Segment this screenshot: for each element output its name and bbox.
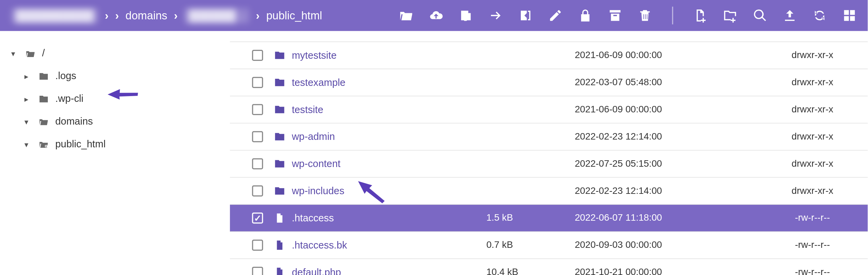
file-icon <box>274 240 285 251</box>
folder-icon <box>274 77 285 88</box>
file-date: 2021-10-21 00:00:00 <box>575 267 768 275</box>
row-checkbox[interactable] <box>252 104 263 115</box>
folder-icon <box>38 94 50 104</box>
file-list: mytestsite2021-06-09 00:00:00drwxr-xr-xt… <box>230 31 868 275</box>
file-size: 1.5 kB <box>486 213 575 224</box>
edit-file-icon[interactable] <box>459 8 473 22</box>
tree-item-[interactable]: ▾/ <box>8 42 222 65</box>
file-date: 2022-03-07 05:48:00 <box>575 77 768 88</box>
file-name[interactable]: testsite <box>292 104 323 115</box>
table-row[interactable]: testexample2022-03-07 05:48:00drwxr-xr-x <box>230 69 868 96</box>
breadcrumb-sep: › <box>256 9 260 22</box>
file-date: 2020-09-03 00:00:00 <box>575 240 768 251</box>
upload-cloud-icon[interactable] <box>429 8 443 22</box>
file-permissions: drwxr-xr-x <box>768 50 857 61</box>
caret-icon[interactable]: ▾ <box>11 49 19 58</box>
folder-icon <box>274 50 285 61</box>
folder-icon <box>274 104 285 115</box>
folder-open-icon[interactable] <box>399 8 413 22</box>
file-permissions: drwxr-xr-x <box>768 158 857 169</box>
search-icon[interactable] <box>753 8 767 22</box>
row-checkbox[interactable] <box>252 267 263 275</box>
toolbar-divider <box>672 7 673 24</box>
file-permissions: drwxr-xr-x <box>768 104 857 115</box>
archive-icon[interactable] <box>608 8 622 22</box>
file-name[interactable]: testexample <box>292 77 346 88</box>
caret-icon[interactable]: ▸ <box>24 72 32 80</box>
table-row[interactable]: wp-content2022-07-25 05:15:00drwxr-xr-x <box>230 150 868 178</box>
new-folder-icon[interactable] <box>723 8 737 22</box>
row-checkbox[interactable] <box>252 213 263 224</box>
caret-icon[interactable]: ▾ <box>24 140 32 149</box>
refresh-icon[interactable] <box>812 8 827 22</box>
breadcrumb: ██████████ › › domains › ██████ .. › pub… <box>11 8 399 23</box>
new-file-icon[interactable] <box>693 8 707 22</box>
file-date: 2022-02-23 12:14:00 <box>575 185 768 197</box>
table-row[interactable]: default.php10.4 kB2021-10-21 00:00:00-rw… <box>230 259 868 275</box>
grid-icon[interactable] <box>842 8 856 22</box>
row-checkbox[interactable] <box>252 131 263 142</box>
folder-icon <box>274 131 285 142</box>
copy-out-icon[interactable] <box>518 8 533 22</box>
table-row[interactable]: wp-admin2022-02-23 12:14:00drwxr-xr-x <box>230 123 868 150</box>
table-row[interactable]: testsite2021-06-09 00:00:00drwxr-xr-x <box>230 96 868 124</box>
breadcrumb-sep: › <box>115 9 119 22</box>
caret-icon[interactable]: ▾ <box>24 117 32 126</box>
file-permissions: -rw-r--r-- <box>768 240 857 251</box>
file-size: 10.4 kB <box>486 267 575 275</box>
file-name[interactable]: .htaccess <box>292 212 334 224</box>
breadcrumb-sep: › <box>174 9 178 22</box>
row-checkbox[interactable] <box>252 240 263 251</box>
folder-icon <box>274 158 285 169</box>
row-checkbox[interactable] <box>252 50 263 61</box>
folder-icon <box>274 185 285 197</box>
file-date: 2022-02-23 12:14:00 <box>575 131 768 142</box>
file-name[interactable]: wp-content <box>292 158 341 169</box>
file-permissions: drwxr-xr-x <box>768 131 857 142</box>
file-name[interactable]: wp-includes <box>292 185 344 197</box>
table-row[interactable]: .htaccess.bk0.7 kB2020-09-03 00:00:00-rw… <box>230 232 868 259</box>
folder-open-icon <box>24 49 37 58</box>
file-date: 2021-06-09 00:00:00 <box>575 104 768 115</box>
file-size: 0.7 kB <box>486 240 575 251</box>
tree-label: domains <box>55 116 93 127</box>
file-permissions: drwxr-xr-x <box>768 185 857 197</box>
row-checkbox[interactable] <box>252 185 263 197</box>
pencil-icon[interactable] <box>548 8 563 22</box>
breadcrumb-host[interactable]: ██████████ <box>11 8 98 23</box>
file-icon <box>274 267 285 275</box>
breadcrumb-item-domains[interactable]: domains <box>125 9 167 22</box>
lock-icon[interactable] <box>578 8 592 22</box>
table-row[interactable]: mytestsite2021-06-09 00:00:00drwxr-xr-x <box>230 42 868 69</box>
file-permissions: -rw-r--r-- <box>768 267 857 275</box>
tree-label: public_html <box>55 139 105 150</box>
folder-open-icon <box>38 116 50 126</box>
file-permissions: -rw-r--r-- <box>768 213 857 224</box>
table-row[interactable]: wp-includes2022-02-23 12:14:00drwxr-xr-x <box>230 178 868 205</box>
folder-icon <box>38 71 50 81</box>
trash-icon[interactable] <box>638 8 652 22</box>
caret-icon[interactable]: ▸ <box>24 94 32 103</box>
tree-item-wpcli[interactable]: ▸.wp-cli <box>8 88 222 110</box>
file-name[interactable]: .htaccess.bk <box>292 239 347 251</box>
tree-label: .logs <box>55 70 76 82</box>
row-checkbox[interactable] <box>252 158 263 169</box>
file-name[interactable]: wp-admin <box>292 131 335 142</box>
file-date: 2022-07-25 05:15:00 <box>575 158 768 169</box>
file-date: 2022-06-07 11:18:00 <box>575 213 768 224</box>
tree-item-publichtml[interactable]: ▾public_html <box>8 133 222 155</box>
file-name[interactable]: default.php <box>292 267 341 275</box>
tree-item-domains[interactable]: ▾domains <box>8 110 222 133</box>
file-name[interactable]: mytestsite <box>292 50 337 61</box>
tree-label: .wp-cli <box>55 93 83 105</box>
folder-link-icon <box>38 139 50 149</box>
breadcrumb-item-publichtml[interactable]: public_html <box>266 9 322 22</box>
move-icon[interactable] <box>489 8 503 22</box>
file-icon <box>274 213 285 224</box>
breadcrumb-item-blurred[interactable]: ██████ .. <box>184 8 249 23</box>
upload-icon[interactable] <box>783 8 797 22</box>
toolbar <box>399 7 857 24</box>
table-row[interactable]: .htaccess1.5 kB2022-06-07 11:18:00-rw-r-… <box>230 205 868 232</box>
row-checkbox[interactable] <box>252 77 263 88</box>
tree-item-logs[interactable]: ▸.logs <box>8 65 222 88</box>
